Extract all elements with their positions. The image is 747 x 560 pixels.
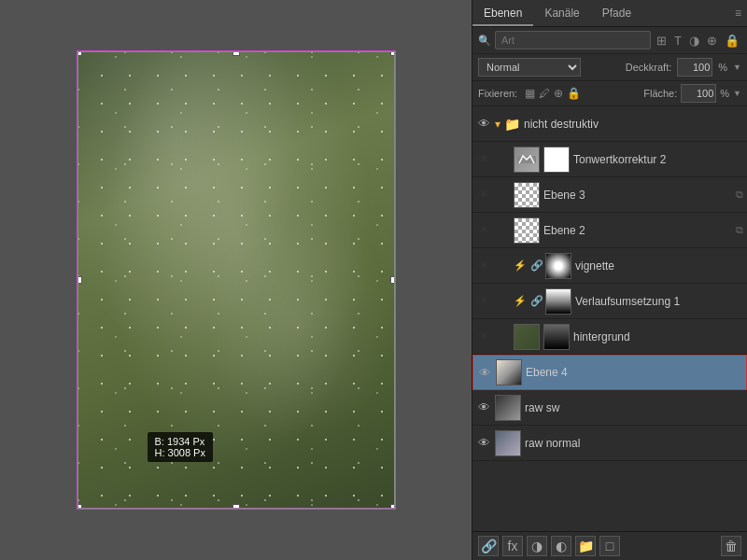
blend-mode-row: Normal Deckkraft: % ▼ <box>472 54 747 81</box>
layer-row[interactable]: 👁 ⚡ 🔗 vignette <box>472 248 747 284</box>
layer-thumbnail <box>514 182 540 208</box>
fix-checkered-icon[interactable]: ▦ <box>525 87 535 100</box>
layer-row[interactable]: 👁 ▾ 📁 nicht destruktiv <box>472 106 747 142</box>
fixieren-label: Fixieren: <box>478 88 517 99</box>
layer-thumbnail-2 <box>543 324 570 350</box>
layer-visibility-toggle[interactable]: 👁 <box>476 152 491 167</box>
layer-visibility-toggle[interactable]: 👁 <box>476 294 491 309</box>
layer-visibility-toggle[interactable]: 👁 <box>476 188 491 203</box>
layer-visibility-toggle[interactable]: 👁 <box>476 329 491 344</box>
search-input[interactable] <box>495 31 651 49</box>
chain-icon: 🔗 <box>530 259 542 272</box>
layer-name: Ebene 4 <box>526 366 742 379</box>
layer-thumbnail <box>514 217 540 244</box>
layer-name: Tonwertkorrektur 2 <box>573 153 743 166</box>
transform-handle-tr[interactable] <box>390 51 395 56</box>
layer-copy-icon: ⧉ <box>736 189 743 201</box>
layer-name: Ebene 2 <box>543 224 732 237</box>
transform-handle-mr[interactable] <box>390 276 395 284</box>
tab-ebenen[interactable]: Ebenen <box>472 2 533 26</box>
add-mask-button[interactable]: ◑ <box>527 536 547 556</box>
new-group-button[interactable]: 📁 <box>575 536 596 556</box>
fixieren-row: Fixieren: ▦ 🖊 ⊕ 🔒 Fläche: % ▼ <box>472 81 747 106</box>
layers-toolbar: 🔗 fx ◑ ◐ 📁 □ 🗑 <box>472 531 747 560</box>
panel-tabs: Ebenen Kanäle Pfade ≡ <box>472 0 747 27</box>
layer-name: Verlaufsumsetzung 1 <box>575 295 743 308</box>
layer-thumbnail <box>545 288 571 315</box>
size-info-width: B: 1934 Px <box>155 436 205 447</box>
layer-row-active[interactable]: 👁 Ebene 4 <box>472 355 747 390</box>
layer-row[interactable]: 👁 raw normal <box>472 426 747 461</box>
flaeche-dropdown-arrow[interactable]: ▼ <box>733 89 741 98</box>
tab-kanaele[interactable]: Kanäle <box>533 2 590 26</box>
fix-lock-icon[interactable]: 🔒 <box>567 87 581 100</box>
transform-handle-tc[interactable] <box>233 51 240 56</box>
layer-row[interactable]: 👁 ⚡ 🔗 Verlaufsumsetzung 1 <box>472 284 747 319</box>
blend-mode-select[interactable]: Normal <box>478 58 581 77</box>
fix-move-icon[interactable]: ⊕ <box>554 87 563 100</box>
opacity-label: Deckkraft: <box>626 62 672 73</box>
layer-row[interactable]: 👁 raw sw <box>472 390 747 426</box>
transform-handle-bl[interactable] <box>78 504 82 509</box>
layer-name: hintergrund <box>573 330 743 343</box>
layer-copy-icon: ⧉ <box>736 224 743 236</box>
layer-visibility-toggle[interactable]: 👁 <box>477 365 492 380</box>
layer-visibility-toggle[interactable]: 👁 <box>476 436 491 451</box>
opacity-dropdown-arrow[interactable]: ▼ <box>733 63 741 72</box>
move-icon[interactable]: ⊕ <box>705 34 719 48</box>
link-layers-button[interactable]: 🔗 <box>478 536 499 556</box>
layer-row[interactable]: 👁 Ebene 2 ⧉ <box>472 213 747 248</box>
transform-handle-ml[interactable] <box>78 276 82 284</box>
layer-visibility-toggle[interactable]: 👁 <box>476 223 491 238</box>
canvas-area: B: 1934 Px H: 3008 Px <box>0 0 472 560</box>
layer-mask-thumbnail <box>543 147 570 173</box>
collapse-arrow-icon[interactable]: ▾ <box>495 118 500 131</box>
new-layer-button[interactable]: □ <box>599 536 620 556</box>
layer-row[interactable]: 👁 Ebene 3 ⧉ <box>472 177 747 213</box>
layer-name: raw normal <box>525 437 743 450</box>
transform-handle-tl[interactable] <box>78 51 82 56</box>
panels-area: Ebenen Kanäle Pfade ≡ 🔍 ⊞ T ◑ ⊕ 🔒 Normal… <box>472 0 747 560</box>
lock-icon[interactable]: 🔒 <box>723 34 741 48</box>
layer-thumbnail <box>514 147 540 173</box>
layer-name: raw sw <box>525 401 743 414</box>
layer-thumbnail <box>496 359 522 385</box>
flaeche-percent: % <box>720 88 729 99</box>
delete-layer-button[interactable]: 🗑 <box>721 536 741 556</box>
layer-visibility-toggle[interactable]: 👁 <box>476 400 491 415</box>
layer-thumbnail <box>495 395 521 421</box>
layer-row[interactable]: 👁 hintergrund <box>472 319 747 355</box>
adjust-icon[interactable]: ◑ <box>687 34 701 48</box>
size-info: B: 1934 Px H: 3008 Px <box>148 432 213 462</box>
layer-thumbnail <box>514 324 540 350</box>
layer-row[interactable]: 👁 Tonwertkorrektur 2 <box>472 142 747 177</box>
opacity-percent: % <box>718 62 727 73</box>
tab-pfade[interactable]: Pfade <box>591 2 642 26</box>
opacity-input[interactable] <box>677 58 712 77</box>
folder-icon: 📁 <box>504 117 520 132</box>
flaeche-input[interactable] <box>681 84 716 103</box>
layer-name: Ebene 3 <box>543 189 732 202</box>
fx-icon[interactable]: T <box>672 34 684 48</box>
canvas-image <box>78 51 395 509</box>
panel-options-button[interactable]: ≡ <box>729 2 747 26</box>
layer-visibility-toggle[interactable]: 👁 <box>476 117 491 132</box>
canvas-background <box>78 52 394 508</box>
new-adjustment-button[interactable]: ◐ <box>551 536 571 556</box>
layers-list: 👁 ▾ 📁 nicht destruktiv 👁 Tonwertkorrektu… <box>472 106 747 531</box>
transform-handle-bc[interactable] <box>233 504 240 509</box>
search-row: 🔍 ⊞ T ◑ ⊕ 🔒 <box>472 27 747 54</box>
flaeche-label: Fläche: <box>643 88 677 99</box>
fix-brush-icon[interactable]: 🖊 <box>539 87 550 100</box>
layer-name: vignette <box>575 259 743 273</box>
fx-special-icon: ⚡ <box>514 295 527 307</box>
transform-handle-br[interactable] <box>390 504 395 509</box>
add-fx-button[interactable]: fx <box>502 536 523 556</box>
layer-thumbnail <box>545 253 571 279</box>
layer-visibility-toggle[interactable]: 👁 <box>476 259 491 273</box>
fx-special-icon: ⚡ <box>514 259 527 272</box>
layer-name: nicht destruktiv <box>524 118 743 131</box>
search-icon: 🔍 <box>478 35 491 47</box>
filter-icon[interactable]: ⊞ <box>655 34 669 48</box>
chain-icon: 🔗 <box>530 295 542 307</box>
